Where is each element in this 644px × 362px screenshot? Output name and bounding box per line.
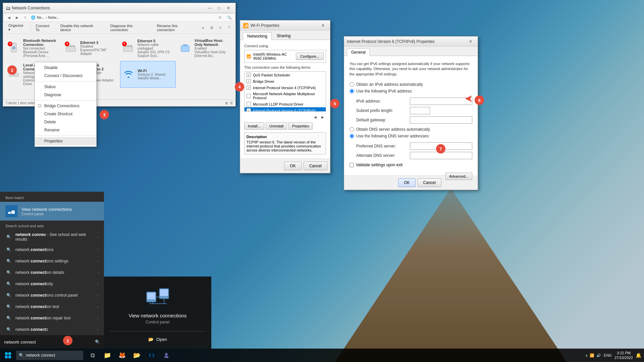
- ipv6-address-input[interactable]: [410, 98, 472, 105]
- help-button[interactable]: ?: [225, 24, 233, 31]
- ipv6-ok-button[interactable]: OK: [398, 178, 415, 187]
- tab-sharing[interactable]: Sharing: [272, 32, 295, 40]
- wifi-ok-button[interactable]: OK: [284, 162, 301, 170]
- search-item-repair-tool[interactable]: 🔍 network connection repair tool ›: [0, 312, 104, 324]
- view-toggle-button[interactable]: ⊞: [208, 24, 215, 31]
- search-item-connections[interactable]: 🔍 network connections ›: [0, 244, 104, 255]
- disable-network-button[interactable]: Disable this network device: [58, 23, 106, 33]
- notifications-button[interactable]: 🔔: [636, 353, 641, 358]
- maximize-button[interactable]: □: [215, 5, 223, 11]
- wifi-dialog-close[interactable]: ✕: [319, 22, 327, 29]
- lldp-checkbox[interactable]: [247, 102, 251, 106]
- manual-dns-radio[interactable]: [350, 134, 354, 138]
- diagnose-connection-button[interactable]: Diagnose this connection: [108, 23, 153, 33]
- wifi-cancel-button[interactable]: Cancel: [304, 162, 327, 170]
- organize-button[interactable]: Organize ▾: [6, 22, 29, 33]
- refresh-button[interactable]: ↻: [216, 14, 224, 21]
- tray-chevron[interactable]: ∧: [585, 354, 588, 357]
- explorer-taskbar-icon[interactable]: 📁: [101, 349, 114, 362]
- taskbar-clock[interactable]: 3:22 PM 27/10/2022: [614, 351, 633, 360]
- search-item-connectivity[interactable]: 🔍 network connectivity ›: [0, 278, 104, 290]
- list-item-multiplexor[interactable]: Microsoft Network Adapter Multiplexor Pr…: [245, 91, 326, 101]
- network-item-vbox[interactable]: VirtualBox Host-Only Network Enabled Vir…: [177, 37, 233, 60]
- auto-dns-radio-item[interactable]: Obtain DNS server address automatically: [350, 127, 472, 132]
- ctx-status[interactable]: Status: [35, 83, 96, 91]
- ipv4-checkbox[interactable]: ✓: [247, 85, 251, 90]
- rename-connection-button[interactable]: Rename this connection: [154, 23, 198, 33]
- subnet-input[interactable]: [410, 107, 430, 114]
- tab-general[interactable]: General: [347, 48, 370, 56]
- ctx-properties[interactable]: Properties: [35, 137, 96, 145]
- taskbar-search-box[interactable]: 🔍 network connect: [16, 351, 83, 360]
- scroll-down-btn[interactable]: ▶: [319, 114, 326, 120]
- view-icons-btn[interactable]: ⊞: [225, 101, 228, 105]
- manual-address-radio-item[interactable]: Use the following IPv6 address:: [350, 89, 472, 94]
- code-taskbar-icon[interactable]: [145, 349, 158, 362]
- list-item-bridge[interactable]: ✓ Bridge Driver: [245, 78, 326, 84]
- properties-button[interactable]: Properties: [288, 122, 313, 130]
- address-path[interactable]: 🌐 Ne... › Netw...: [31, 15, 214, 20]
- network-item-ethernet5[interactable]: ✕ Ethernet 5 Network cable unplugged San…: [120, 37, 176, 60]
- list-item-qos[interactable]: ✓ QoS Packet Scheduler: [245, 72, 326, 78]
- search-item-web[interactable]: 🔍 network connec - See school and web re…: [0, 230, 104, 244]
- ctx-delete[interactable]: Delete: [35, 118, 96, 126]
- ipv6-checkbox[interactable]: ✓: [247, 108, 251, 112]
- network-item-wifi[interactable]: Wi-Fi Sutrisno 2, Shared Intel(R) Wirele…: [120, 61, 176, 88]
- preview-open-button[interactable]: 📂 Open: [148, 336, 167, 343]
- volume-tray-icon[interactable]: 🔊: [596, 353, 601, 358]
- validate-checkbox[interactable]: [350, 163, 354, 167]
- ctx-disable[interactable]: Disable: [35, 64, 96, 72]
- view-details-button[interactable]: ≡: [217, 24, 224, 31]
- files-taskbar-icon[interactable]: 📂: [130, 349, 144, 362]
- qos-checkbox[interactable]: ✓: [247, 73, 251, 77]
- start-button[interactable]: [0, 349, 16, 362]
- minimize-button[interactable]: —: [205, 5, 214, 11]
- network-tray-icon[interactable]: 📶: [590, 353, 594, 358]
- ctx-diagnose[interactable]: Diagnose: [35, 91, 96, 99]
- scroll-up-btn[interactable]: ◀: [312, 114, 319, 120]
- firefox-taskbar-icon[interactable]: 🦊: [115, 349, 129, 362]
- search-item-connection-details[interactable]: 🔍 network connection details ›: [0, 267, 104, 278]
- search-item-connection-test[interactable]: 🔍 network connection test ›: [0, 301, 104, 312]
- multiplexor-checkbox[interactable]: [247, 94, 251, 98]
- ctx-bridge[interactable]: ⬡ Bridge Connections: [35, 102, 96, 110]
- ipv6-cancel-button[interactable]: Cancel: [418, 178, 441, 187]
- list-item-lldp[interactable]: Microsoft LLDP Protocol Driver: [245, 101, 326, 107]
- network-item-ethernet3[interactable]: ✕ Ethernet 3 Disabled ExpressVPN TAP Ada…: [63, 37, 118, 60]
- ctx-shortcut[interactable]: Create Shortcut: [35, 110, 96, 118]
- manual-address-radio[interactable]: [350, 89, 354, 94]
- tab-networking[interactable]: Networking: [243, 32, 272, 40]
- ipv6-dialog-close[interactable]: ✕: [466, 38, 475, 45]
- back-button[interactable]: ◀: [5, 14, 13, 21]
- connect-to-button[interactable]: Connect To: [33, 23, 56, 33]
- manual-dns-radio-item[interactable]: Use the following DNS server addresses:: [350, 134, 472, 138]
- best-match-item[interactable]: View network connections Control panel: [0, 202, 104, 221]
- view-details-btn[interactable]: ☰: [230, 101, 233, 105]
- ctx-connect-disconnect[interactable]: Connect / Disconnect: [35, 72, 96, 80]
- search-item-control-panel[interactable]: 🔍 network connections control panel ›: [0, 290, 104, 301]
- ctx-rename[interactable]: Rename: [35, 126, 96, 134]
- auto-address-radio[interactable]: [350, 82, 354, 87]
- search-button[interactable]: 🔍: [226, 14, 233, 21]
- teams-taskbar-icon[interactable]: [160, 349, 173, 362]
- advanced-button[interactable]: Advanced...: [445, 173, 472, 180]
- configure-button[interactable]: Configure...: [296, 53, 324, 60]
- close-button[interactable]: ✕: [224, 5, 233, 11]
- network-item-bluetooth[interactable]: ✕ ⌀ Bluetooth Network Connection Not con…: [6, 37, 61, 60]
- bridge-checkbox[interactable]: ✓: [247, 79, 251, 83]
- uninstall-button[interactable]: Uninstall: [266, 122, 287, 130]
- auto-address-radio-item[interactable]: Obtain an IPv6 address automatically: [350, 82, 472, 87]
- forward-button[interactable]: ▶: [13, 14, 21, 21]
- language-indicator[interactable]: ENG: [604, 353, 612, 357]
- auto-dns-radio[interactable]: [350, 127, 354, 132]
- search-item-connections-settings[interactable]: 🔍 network connections settings ›: [0, 255, 104, 267]
- search-input[interactable]: [4, 340, 92, 345]
- list-item-ipv6[interactable]: ✓ Internet Protocol Version 6 (TCP/IPv6): [245, 107, 326, 112]
- validate-checkbox-row[interactable]: Validate settings upon exit: [350, 163, 472, 167]
- list-item-ipv4[interactable]: ✓ Internet Protocol Version 4 (TCP/IPv4): [245, 84, 326, 91]
- more-button[interactable]: »: [199, 25, 207, 31]
- up-button[interactable]: ⇧: [21, 14, 29, 21]
- search-item-connects[interactable]: 🔍 network connects ›: [0, 324, 104, 335]
- task-view-button[interactable]: ⧉: [86, 349, 99, 362]
- install-button[interactable]: Install...: [244, 122, 264, 130]
